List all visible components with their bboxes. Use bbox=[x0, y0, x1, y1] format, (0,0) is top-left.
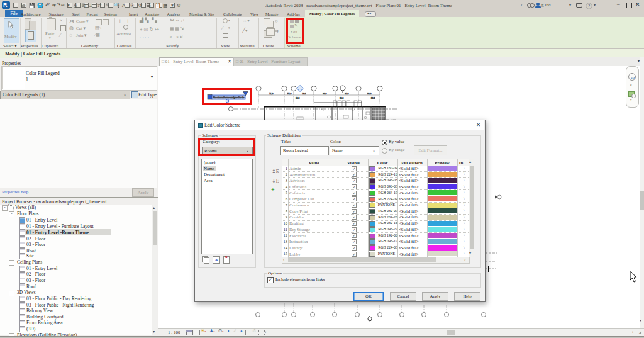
svg-text:36.0: 36.0 bbox=[302, 93, 306, 95]
svg-text:18.0: 18.0 bbox=[296, 97, 299, 99]
svg-text:26.0: 26.0 bbox=[340, 97, 343, 99]
svg-text:54.0: 54.0 bbox=[287, 93, 291, 95]
svg-text:92.0: 92.0 bbox=[345, 93, 348, 95]
svg-text:90.0: 90.0 bbox=[323, 93, 326, 95]
svg-text:71.0: 71.0 bbox=[269, 93, 273, 95]
svg-text:30.0: 30.0 bbox=[371, 97, 375, 99]
svg-text:88.0: 88.0 bbox=[367, 93, 371, 95]
